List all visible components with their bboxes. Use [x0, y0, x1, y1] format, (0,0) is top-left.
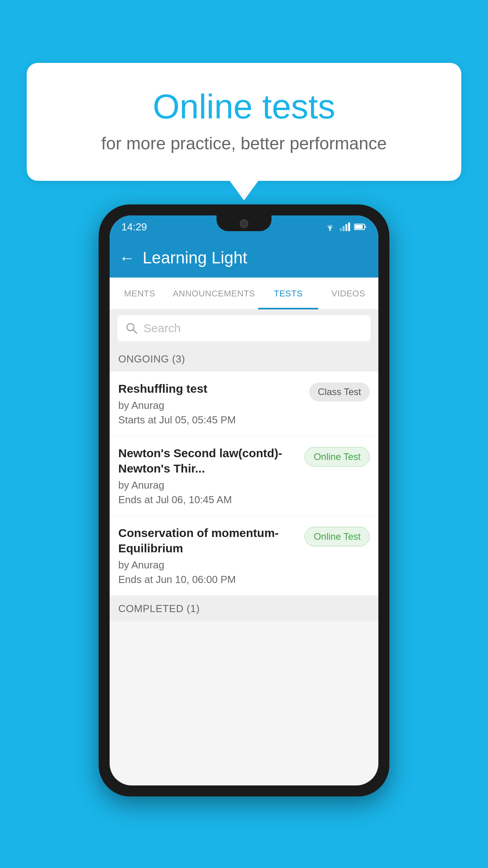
- speech-bubble-container: Online tests for more practice, better p…: [27, 63, 461, 181]
- test-name-2: Newton's Second law(contd)-Newton's Thir…: [118, 445, 299, 476]
- test-badge-1: Class Test: [309, 383, 370, 401]
- test-author-3: by Anurag: [118, 559, 299, 571]
- svg-rect-4: [348, 223, 350, 231]
- test-date-2: Ends at Jul 06, 10:45 AM: [118, 494, 299, 506]
- signal-icon: [340, 223, 350, 231]
- test-item[interactable]: Reshuffling test by Anurag Starts at Jul…: [110, 371, 378, 436]
- svg-rect-1: [340, 228, 342, 231]
- battery-icon: [354, 223, 367, 230]
- svg-rect-2: [343, 226, 345, 231]
- completed-section-header: COMPLETED (1): [110, 596, 378, 621]
- search-placeholder: Search: [143, 322, 181, 335]
- svg-line-9: [133, 330, 137, 333]
- svg-rect-6: [355, 225, 363, 229]
- test-date-3: Ends at Jun 10, 06:00 PM: [118, 574, 299, 586]
- tab-tests[interactable]: TESTS: [258, 278, 318, 309]
- phone-screen: 14:29: [110, 215, 378, 785]
- test-info-3: Conservation of momentum-Equilibrium by …: [118, 525, 299, 586]
- phone-frame: 14:29: [99, 204, 389, 796]
- phone-container: 14:29: [99, 204, 389, 796]
- test-info-1: Reshuffling test by Anurag Starts at Jul…: [118, 381, 304, 426]
- search-box[interactable]: Search: [117, 315, 371, 341]
- test-name-3: Conservation of momentum-Equilibrium: [118, 525, 299, 556]
- speech-bubble: Online tests for more practice, better p…: [27, 63, 461, 181]
- tab-announcements[interactable]: ANNOUNCEMENTS: [170, 278, 258, 309]
- test-name-1: Reshuffling test: [118, 381, 304, 396]
- test-date-1: Starts at Jul 05, 05:45 PM: [118, 414, 304, 426]
- test-author-1: by Anurag: [118, 399, 304, 412]
- tab-videos[interactable]: VIDEOS: [318, 278, 378, 309]
- test-badge-3: Online Test: [305, 527, 370, 546]
- online-tests-title: Online tests: [42, 86, 446, 127]
- back-button[interactable]: ←: [119, 249, 135, 267]
- phone-camera: [240, 219, 248, 228]
- ongoing-title: ONGOING (3): [118, 353, 185, 365]
- test-item[interactable]: Newton's Second law(contd)-Newton's Thir…: [110, 436, 378, 516]
- test-info-2: Newton's Second law(contd)-Newton's Thir…: [118, 445, 299, 506]
- svg-point-0: [329, 230, 331, 231]
- tab-ments[interactable]: MENTS: [110, 278, 170, 309]
- online-tests-subtitle: for more practice, better performance: [42, 134, 446, 153]
- svg-rect-7: [365, 226, 366, 228]
- app-bar: ← Learning Light: [110, 238, 378, 278]
- wifi-icon: [324, 223, 336, 231]
- search-container: Search: [110, 310, 378, 347]
- test-author-2: by Anurag: [118, 479, 299, 491]
- test-badge-2: Online Test: [305, 447, 370, 467]
- completed-title: COMPLETED (1): [118, 603, 200, 614]
- svg-rect-3: [345, 224, 347, 231]
- test-list: Reshuffling test by Anurag Starts at Jul…: [110, 371, 378, 596]
- app-title: Learning Light: [143, 248, 247, 267]
- tabs-bar: MENTS ANNOUNCEMENTS TESTS VIDEOS: [110, 278, 378, 310]
- phone-notch: [216, 215, 272, 231]
- test-item[interactable]: Conservation of momentum-Equilibrium by …: [110, 516, 378, 596]
- ongoing-section-header: ONGOING (3): [110, 347, 378, 371]
- search-icon: [125, 322, 138, 335]
- status-time: 14:29: [121, 221, 147, 233]
- status-icons: [324, 223, 367, 231]
